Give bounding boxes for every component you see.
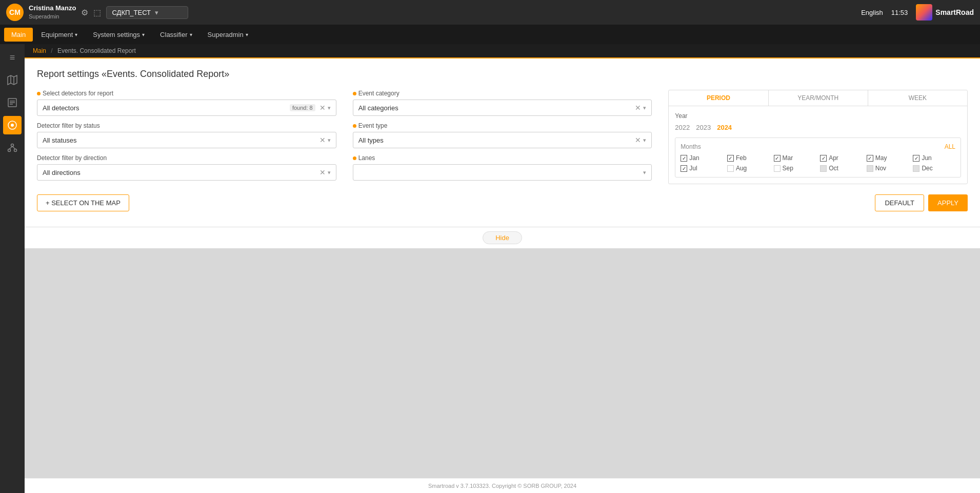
- menu-item-main[interactable]: Main: [4, 28, 33, 42]
- sidebar-icon-reports[interactable]: [3, 93, 22, 112]
- month-checkbox-oct[interactable]: [820, 165, 827, 172]
- content-area: Report settings «Events. Consolidated Re…: [25, 58, 980, 227]
- event-type-arrow-icon[interactable]: ▾: [643, 137, 646, 144]
- time-display: 11:53: [891, 9, 908, 16]
- month-checkbox-sep[interactable]: [774, 165, 781, 172]
- month-label-jan: Jan: [689, 154, 699, 162]
- direction-arrow-icon[interactable]: ▾: [328, 169, 331, 176]
- month-item-nov[interactable]: Nov: [867, 165, 909, 172]
- event-category-select[interactable]: All categories ✕ ▾: [353, 100, 652, 116]
- month-checkbox-nov[interactable]: [867, 165, 873, 172]
- menu-item-equipment[interactable]: Equipment ▾: [34, 28, 85, 42]
- month-label-mar: Mar: [783, 154, 793, 162]
- logout-icon[interactable]: ⬚: [93, 8, 101, 17]
- form-grid: Select detectors for report All detector…: [37, 90, 968, 184]
- select-map-button[interactable]: + SELECT ON THE MAP: [37, 194, 129, 211]
- months-all[interactable]: ALL: [945, 143, 955, 150]
- detectors-dot: [37, 92, 41, 95]
- direction-value: All directions: [43, 169, 319, 176]
- menu-item-system-settings[interactable]: System settings ▾: [86, 28, 152, 42]
- status-group: Detector filter by status All statuses ✕…: [37, 122, 336, 148]
- lanes-select[interactable]: ▾: [353, 164, 652, 181]
- col2: Event category All categories ✕ ▾: [353, 90, 652, 184]
- project-selector[interactable]: СДКП_ТЕСТ ▾: [106, 6, 188, 19]
- month-checkbox-aug[interactable]: [727, 165, 734, 172]
- direction-label: Detector filter by direction: [37, 154, 336, 162]
- sidebar-icon-events[interactable]: [3, 116, 22, 134]
- detectors-select-icons: found: 8 ✕ ▾: [290, 104, 331, 112]
- sidebar-icon-menu[interactable]: ≡: [3, 48, 22, 67]
- year-2023[interactable]: 2023: [696, 124, 711, 131]
- svg-point-8: [11, 124, 14, 127]
- event-type-clear-icon[interactable]: ✕: [635, 136, 641, 144]
- month-item-aug[interactable]: Aug: [727, 165, 770, 172]
- month-label-aug: Aug: [736, 165, 747, 172]
- month-item-may[interactable]: May: [867, 154, 909, 162]
- year-2022[interactable]: 2022: [675, 124, 690, 131]
- language-selector[interactable]: English: [861, 9, 883, 16]
- month-checkbox-feb[interactable]: [727, 155, 734, 162]
- period-tab-week[interactable]: WEEK: [868, 90, 967, 106]
- status-arrow-icon[interactable]: ▾: [328, 137, 331, 144]
- month-checkbox-dec[interactable]: [913, 165, 919, 172]
- month-item-dec[interactable]: Dec: [913, 165, 955, 172]
- event-category-arrow-icon[interactable]: ▾: [643, 105, 646, 111]
- month-item-oct[interactable]: Oct: [820, 165, 863, 172]
- breadcrumb-separator: /: [51, 47, 52, 54]
- default-button[interactable]: DEFAULT: [875, 194, 924, 211]
- status-clear-icon[interactable]: ✕: [319, 136, 326, 144]
- detectors-arrow-icon[interactable]: ▾: [328, 105, 331, 111]
- month-item-apr[interactable]: Apr: [820, 154, 863, 162]
- lanes-label: Lanes: [353, 154, 652, 162]
- month-checkbox-jan[interactable]: [681, 155, 687, 162]
- menu-bar: Main Equipment ▾ System settings ▾ Class…: [0, 25, 980, 44]
- page-title: Report settings «Events. Consolidated Re…: [37, 69, 968, 80]
- status-value: All statuses: [43, 136, 319, 144]
- month-item-jul[interactable]: Jul: [681, 165, 723, 172]
- status-select[interactable]: All statuses ✕ ▾: [37, 132, 336, 148]
- brand-logo: [916, 4, 932, 21]
- event-category-dot: [353, 92, 356, 95]
- hide-button[interactable]: Hide: [483, 231, 522, 244]
- month-checkbox-jun[interactable]: [913, 155, 919, 162]
- detectors-group: Select detectors for report All detector…: [37, 90, 336, 116]
- menu-item-superadmin[interactable]: Superadmin ▾: [201, 28, 255, 42]
- month-item-feb[interactable]: Feb: [727, 154, 770, 162]
- apply-button[interactable]: APPLY: [928, 194, 968, 211]
- user-initials: CM: [9, 8, 21, 16]
- event-category-clear-icon[interactable]: ✕: [635, 104, 641, 112]
- event-type-select[interactable]: All types ✕ ▾: [353, 132, 652, 148]
- sidebar-icon-map[interactable]: [3, 71, 22, 89]
- month-item-sep[interactable]: Sep: [774, 165, 816, 172]
- settings-icon[interactable]: ⚙: [81, 8, 88, 17]
- month-checkbox-apr[interactable]: [820, 155, 827, 162]
- menu-item-classifier[interactable]: Classifier ▾: [153, 28, 199, 42]
- user-name: Cristina Manzo: [29, 4, 76, 13]
- direction-select[interactable]: All directions ✕ ▾: [37, 164, 336, 181]
- detectors-clear-icon[interactable]: ✕: [319, 104, 326, 112]
- month-item-mar[interactable]: Mar: [774, 154, 816, 162]
- menu-arrow-icon: ▾: [246, 32, 248, 37]
- period-tab-year-month[interactable]: YEAR/MONTH: [769, 90, 868, 106]
- month-checkbox-jul[interactable]: [681, 165, 687, 172]
- month-checkbox-may[interactable]: [867, 155, 873, 162]
- period-tab-period[interactable]: PERIOD: [669, 90, 768, 106]
- month-label-sep: Sep: [783, 165, 793, 172]
- period-tabs: PERIOD YEAR/MONTH WEEK: [669, 90, 967, 106]
- month-item-jan[interactable]: Jan: [681, 154, 723, 162]
- project-arrow-icon: ▾: [155, 9, 158, 16]
- year-2024[interactable]: 2024: [717, 124, 732, 131]
- year-label: Year: [675, 112, 961, 120]
- lanes-arrow-icon[interactable]: ▾: [643, 169, 646, 176]
- lanes-dot: [353, 156, 356, 160]
- month-item-jun[interactable]: Jun: [913, 154, 955, 162]
- breadcrumb-root[interactable]: Main: [33, 47, 46, 54]
- hide-bar: Hide: [25, 227, 980, 248]
- period-body: Year 2022 2023 2024 Months ALL: [669, 106, 967, 184]
- detectors-select[interactable]: All detectors found: 8 ✕ ▾: [37, 100, 336, 116]
- user-info: Cristina Manzo Superadmin: [29, 4, 76, 20]
- month-checkbox-mar[interactable]: [774, 155, 781, 162]
- btn-group: DEFAULT APPLY: [875, 194, 968, 211]
- sidebar-icon-network[interactable]: [3, 139, 22, 157]
- direction-clear-icon[interactable]: ✕: [319, 168, 326, 176]
